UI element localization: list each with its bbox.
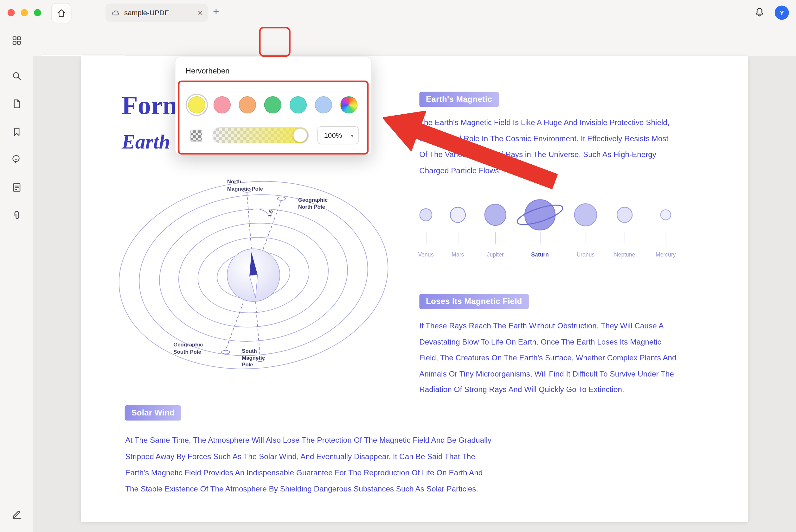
planet-label: Mercury (646, 251, 686, 258)
opacity-slider-handle[interactable] (293, 128, 308, 142)
label-north-magnetic-pole: North Magnetic Pole (227, 178, 263, 192)
planet-mercury (646, 194, 686, 235)
planet-tick (586, 232, 586, 244)
label-south-magnetic-pole: South Magnetic Pole (242, 348, 265, 368)
chat-bubble-icon (11, 154, 22, 165)
planet-tick (458, 232, 459, 244)
section-badge: Earth's Magnetic (419, 92, 499, 107)
planet-label: Jupiter (475, 251, 516, 258)
label-geographic-south-pole: Geographic South Pole (173, 341, 203, 355)
paperclip-icon (11, 210, 22, 221)
close-window-button[interactable] (7, 9, 15, 16)
sidebar-item-sign[interactable] (10, 507, 24, 521)
section-paragraph: If These Rays Reach The Earth Without Ob… (419, 318, 676, 397)
document-tab[interactable]: sample-UPDF × (106, 3, 208, 22)
planet-mars (438, 194, 478, 235)
sidebar-item-search[interactable] (10, 69, 24, 83)
titlebar: sample-UPDF × + Y (0, 0, 796, 25)
avatar[interactable]: Y (775, 6, 789, 20)
search-icon (11, 70, 22, 81)
home-icon (56, 8, 67, 18)
planet-uranus (565, 194, 606, 235)
left-sidebar (0, 25, 33, 532)
color-wheel-swatch[interactable] (340, 96, 357, 113)
planet-label: Saturn (520, 251, 560, 258)
planet-label: Mars (438, 251, 478, 258)
main-toolbar: Werkzeuge ▾ (0, 25, 796, 56)
pen-icon (11, 508, 22, 519)
sidebar-item-bookmarks[interactable] (10, 125, 24, 139)
document-icon (11, 182, 22, 193)
pdf-subheading: Earth (122, 130, 170, 154)
close-tab-icon[interactable]: × (198, 8, 203, 17)
section-paragraph: The Earth's Magnetic Field Is Like A Hug… (419, 115, 669, 178)
opacity-dropdown[interactable]: 100% ▾ (317, 126, 359, 145)
bookmark-icon (11, 126, 22, 137)
tab-title: sample-UPDF (124, 8, 198, 17)
bell-icon (754, 6, 765, 18)
new-tab-button[interactable]: + (213, 6, 219, 18)
planet-label: Uranus (565, 251, 606, 258)
section-badge: Loses Its Magnetic Field (419, 294, 529, 309)
magnetic-field-diagram (99, 172, 408, 375)
color-swatch-teal[interactable] (290, 96, 307, 113)
planet-tick (540, 232, 541, 244)
maximize-window-button[interactable] (34, 9, 41, 16)
color-swatch-yellow[interactable] (188, 96, 205, 113)
popup-title: Hervorheben (186, 66, 230, 75)
sidebar-item-thumbnails[interactable] (10, 97, 24, 111)
home-button[interactable] (51, 3, 72, 23)
transparency-icon[interactable] (190, 130, 202, 142)
section-paragraph: At The Same Time, The Atmosphere Will Al… (125, 432, 492, 497)
color-swatch-pink[interactable] (214, 96, 231, 113)
planet-neptune (604, 194, 645, 235)
grid-icon (11, 35, 22, 46)
minimize-window-button[interactable] (21, 9, 28, 16)
planet-jupiter (475, 194, 516, 235)
color-swatch-orange[interactable] (239, 96, 256, 113)
planet-label: Neptune (604, 251, 645, 258)
planet-tick (495, 232, 496, 244)
sidebar-item-panels[interactable] (10, 34, 24, 48)
annotation-highlight-tool-box (259, 27, 291, 57)
highlight-popup: Hervorheben 100% ▾ (175, 57, 372, 155)
color-swatch-blue[interactable] (315, 96, 332, 113)
notifications-button[interactable] (754, 6, 765, 18)
app-window: sample-UPDF × + Y (0, 0, 796, 532)
section-badge: Solar Wind (125, 405, 181, 420)
avatar-initial: Y (779, 9, 784, 17)
sidebar-item-document[interactable] (10, 180, 24, 195)
planet-tick (426, 232, 427, 244)
chevron-down-icon: ▾ (351, 132, 353, 138)
color-swatch-green[interactable] (264, 96, 281, 113)
cloud-icon (111, 8, 120, 17)
opacity-slider[interactable] (212, 127, 309, 144)
sidebar-item-comments[interactable] (10, 153, 24, 167)
planet-tick (625, 232, 625, 244)
planet-tick (666, 232, 666, 244)
opacity-value: 100% (324, 131, 351, 139)
page-icon (11, 98, 22, 109)
label-geographic-north-pole: Geographic North Pole (298, 197, 328, 211)
sidebar-item-attachments[interactable] (10, 208, 24, 223)
